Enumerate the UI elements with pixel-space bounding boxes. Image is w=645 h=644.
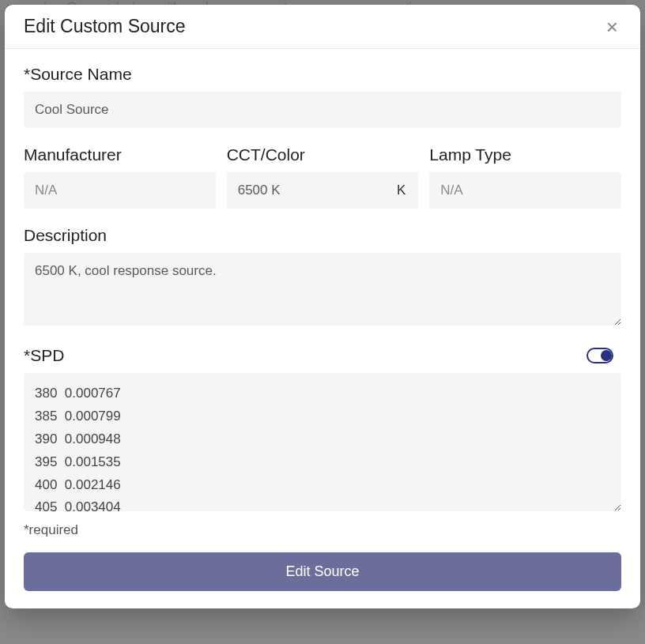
required-note: *required <box>24 522 621 538</box>
edit-custom-source-modal: Edit Custom Source × *Source Name Manufa… <box>5 5 640 608</box>
spd-header: *SPD <box>24 346 621 365</box>
meta-row: Manufacturer CCT/Color K Lamp Type <box>24 145 621 209</box>
cct-suffix: K <box>394 183 418 198</box>
edit-source-button[interactable]: Edit Source <box>24 552 621 591</box>
manufacturer-field: Manufacturer <box>24 145 216 209</box>
source-name-label: *Source Name <box>24 65 621 84</box>
spd-input[interactable] <box>24 373 621 511</box>
lamp-type-label: Lamp Type <box>429 145 621 164</box>
modal-title: Edit Custom Source <box>24 16 186 37</box>
manufacturer-label: Manufacturer <box>24 145 216 164</box>
toggle-knob-icon <box>601 350 612 361</box>
source-name-input[interactable] <box>24 92 621 128</box>
description-field: Description <box>24 226 621 329</box>
manufacturer-input[interactable] <box>24 172 216 209</box>
spd-toggle[interactable] <box>587 348 613 363</box>
close-button[interactable]: × <box>603 17 621 37</box>
source-name-field: *Source Name <box>24 65 621 128</box>
spd-label: *SPD <box>24 346 64 365</box>
close-icon: × <box>606 15 618 39</box>
spd-field: *SPD <box>24 346 621 514</box>
lamp-type-field: Lamp Type <box>429 145 621 209</box>
description-input[interactable] <box>24 253 621 326</box>
cct-field: CCT/Color K <box>227 145 419 209</box>
lamp-type-input[interactable] <box>429 172 621 209</box>
cct-label: CCT/Color <box>227 145 419 164</box>
modal-header: Edit Custom Source × <box>5 5 640 49</box>
description-label: Description <box>24 226 621 245</box>
cct-input[interactable] <box>227 172 394 209</box>
modal-body: *Source Name Manufacturer CCT/Color K La… <box>5 49 640 608</box>
cct-input-wrapper: K <box>227 172 419 209</box>
